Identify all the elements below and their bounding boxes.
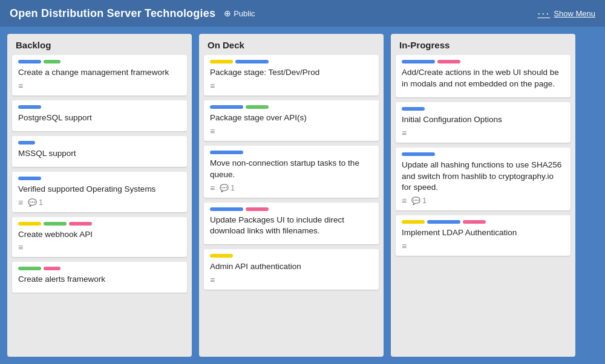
- show-menu-label: Show Menu: [554, 9, 595, 18]
- card-labels: [402, 60, 564, 63]
- card-labels: [402, 152, 564, 156]
- card-title: Move non-connection startup tasks to the…: [210, 158, 373, 181]
- board-title: Open Distribution Server Technologies: [10, 7, 215, 20]
- card[interactable]: Create a change management framework≡: [12, 55, 187, 96]
- label-yellow: [210, 60, 233, 63]
- card[interactable]: Admin API authentication≡: [204, 249, 379, 290]
- column-header-backlog: Backlog: [7, 34, 192, 55]
- label-yellow: [18, 222, 41, 226]
- card[interactable]: Initial Configuration Options≡: [396, 102, 571, 143]
- label-blue: [18, 105, 41, 109]
- label-blue: [235, 60, 269, 63]
- card-lines-icon: ≡: [402, 196, 407, 206]
- card-labels: [18, 141, 181, 145]
- card-footer: ≡💬1: [402, 196, 564, 206]
- label-pink: [463, 220, 486, 224]
- card-lines-icon: ≡: [210, 183, 215, 193]
- card-labels: [18, 177, 181, 180]
- column-header-in-progress: In-Progress: [391, 34, 575, 55]
- card[interactable]: Package stage: Test/Dev/Prod≡: [204, 55, 379, 96]
- card-labels: [18, 222, 181, 226]
- card[interactable]: MSSQL support: [12, 136, 187, 167]
- label-blue: [402, 107, 425, 111]
- card-title: Create a change management framework: [18, 67, 181, 79]
- board-visibility: ⊕ Public: [224, 8, 255, 18]
- card[interactable]: Add/Create actions in the web UI should …: [396, 55, 571, 97]
- column-in-progress: In-ProgressAdd/Create actions in the web…: [391, 34, 575, 357]
- card-labels: [210, 60, 373, 63]
- card[interactable]: Update Packages UI to include direct dow…: [204, 203, 379, 245]
- label-green: [246, 105, 269, 109]
- label-green: [18, 267, 41, 270]
- card-title: Admin API authentication: [210, 261, 373, 273]
- card-labels: [18, 105, 181, 109]
- label-green: [44, 222, 67, 226]
- card-footer: ≡: [18, 81, 181, 91]
- card-labels: [18, 267, 181, 270]
- comment-icon: 💬: [411, 197, 420, 205]
- comment-count: 1: [422, 197, 427, 205]
- card-title: Update Packages UI to include direct dow…: [210, 215, 373, 238]
- card-labels: [402, 107, 564, 111]
- card-footer: ≡: [210, 81, 373, 91]
- card-footer: ≡: [402, 128, 564, 138]
- label-blue: [18, 60, 41, 63]
- card-lines-icon: ≡: [18, 81, 23, 91]
- card[interactable]: Update all hashing functions to use SHA2…: [396, 148, 571, 211]
- card[interactable]: Implement LDAP Authentication≡: [396, 215, 571, 256]
- public-label: Public: [234, 9, 255, 18]
- comment-count: 1: [231, 184, 235, 192]
- label-pink: [69, 222, 92, 226]
- label-blue: [210, 207, 243, 211]
- column-header-on-deck: On Deck: [199, 34, 384, 55]
- card-title: Verified supported Operating Systems: [18, 184, 181, 195]
- comment-count: 1: [39, 198, 43, 207]
- card-lines-icon: ≡: [18, 198, 23, 207]
- column-cards-backlog: Create a change management framework≡Pos…: [7, 55, 192, 297]
- column-on-deck: On DeckPackage stage: Test/Dev/Prod≡Pack…: [199, 34, 384, 357]
- label-blue: [210, 105, 243, 109]
- column-backlog: BacklogCreate a change management framew…: [7, 34, 192, 357]
- card-lines-icon: ≡: [402, 241, 407, 251]
- show-menu-button[interactable]: ··· Show Menu: [537, 8, 595, 19]
- card-title: Implement LDAP Authentication: [402, 227, 564, 239]
- card[interactable]: Move non-connection startup tasks to the…: [204, 146, 379, 198]
- card-title: MSSQL support: [18, 148, 181, 160]
- card-title: PostgreSQL support: [18, 112, 181, 124]
- card-title: Initial Configuration Options: [402, 114, 564, 126]
- card[interactable]: Create alerts framework: [12, 262, 187, 293]
- label-green: [44, 60, 60, 63]
- label-pink: [44, 267, 60, 270]
- card-lines-icon: ≡: [210, 81, 215, 91]
- label-yellow: [402, 220, 425, 224]
- label-yellow: [210, 254, 233, 258]
- label-blue: [402, 60, 435, 63]
- column-cards-on-deck: Package stage: Test/Dev/Prod≡Package sta…: [199, 55, 384, 294]
- card-comment: 💬1: [28, 198, 43, 207]
- card-title: Update all hashing functions to use SHA2…: [402, 160, 564, 194]
- header: Open Distribution Server Technologies ⊕ …: [0, 0, 605, 27]
- label-pink: [246, 207, 269, 211]
- card-labels: [18, 60, 181, 63]
- card[interactable]: Package stage over API(s)≡: [204, 100, 379, 141]
- card-labels: [210, 254, 373, 258]
- card-lines-icon: ≡: [402, 128, 407, 138]
- card[interactable]: Verified supported Operating Systems≡💬1: [12, 172, 187, 212]
- globe-icon: ⊕: [224, 8, 231, 18]
- card-lines-icon: ≡: [210, 275, 215, 285]
- card-labels: [210, 105, 373, 109]
- board: BacklogCreate a change management framew…: [0, 27, 605, 364]
- label-blue: [18, 177, 41, 180]
- card-labels: [210, 207, 373, 211]
- dots-icon: ···: [537, 8, 550, 19]
- card-title: Add/Create actions in the web UI should …: [402, 67, 564, 90]
- card-labels: [402, 220, 564, 224]
- card-lines-icon: ≡: [210, 126, 215, 136]
- card-footer: ≡💬1: [210, 183, 373, 193]
- card[interactable]: Create webhook API≡: [12, 217, 187, 258]
- card-labels: [210, 151, 373, 154]
- card[interactable]: PostgreSQL support: [12, 100, 187, 131]
- comment-icon: 💬: [220, 184, 229, 192]
- card-footer: ≡: [210, 275, 373, 285]
- label-blue: [427, 220, 460, 224]
